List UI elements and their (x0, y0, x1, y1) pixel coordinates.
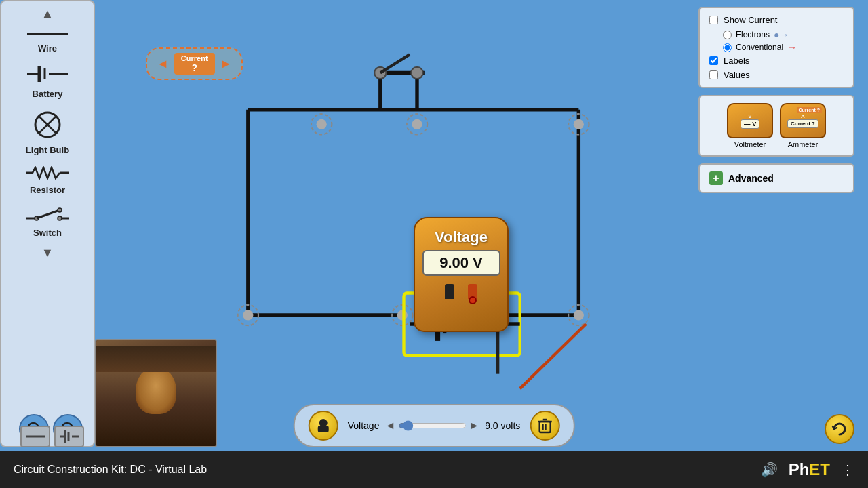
svg-point-39 (411, 67, 422, 79)
current-type-group: Electrons ●→ Conventional → (723, 29, 844, 53)
phet-ph: Ph (789, 460, 810, 479)
advanced-label: Advanced (728, 173, 774, 184)
refresh-icon (831, 421, 848, 437)
ammeter-instrument[interactable]: A Current ? Current ? Ammeter (780, 103, 826, 148)
conventional-label: Conventional (736, 43, 783, 52)
menu-button[interactable]: ⋮ (841, 462, 854, 478)
webcam-face (96, 340, 216, 446)
refresh-button[interactable] (825, 414, 854, 444)
sidebar-item-resistor-label: Resistor (30, 185, 65, 195)
sidebar-item-switch-label: Switch (33, 228, 62, 238)
switch-icon (26, 206, 69, 222)
toolbar-battery-icon (60, 429, 79, 444)
voltage-value: 9.0 volts (485, 420, 520, 431)
svg-rect-49 (318, 426, 329, 432)
slider-next-button[interactable]: ► (469, 420, 479, 432)
resistor-icon (26, 166, 69, 180)
values-option: Values (709, 70, 844, 80)
voltage-display: Voltage ◄ ► 9.0 volts (348, 420, 521, 432)
advanced-button[interactable]: + Advanced (698, 163, 854, 193)
sidebar-item-wire-label: Wire (38, 43, 57, 54)
phet-logo: PhET (789, 460, 830, 479)
show-current-label: Show Current (724, 15, 777, 25)
conventional-radio[interactable] (723, 43, 732, 52)
show-current-option: Show Current (709, 15, 844, 25)
options-box: Show Current Electrons ●→ Conventional →… (698, 7, 854, 88)
svg-point-22 (317, 119, 327, 129)
electrons-arrow: ●→ (774, 29, 789, 40)
sidebar-item-battery[interactable]: Battery (7, 59, 88, 104)
svg-point-32 (397, 310, 408, 320)
conventional-option: Conventional → (723, 42, 844, 53)
svg-line-40 (380, 54, 410, 73)
bottom-control-bar: Voltage ◄ ► 9.0 volts (294, 404, 575, 447)
phet-et: ET (809, 460, 830, 479)
instruments-box: V –– V Voltmeter A Current ? Current ? A… (698, 95, 854, 157)
labels-option: Labels (709, 56, 844, 66)
toolbar-wire-icon (26, 433, 45, 440)
voltage-label: Voltage (348, 420, 380, 431)
sidebar: ▲ Wire Battery Li (0, 0, 95, 447)
toolbar-battery-button[interactable] (54, 426, 84, 447)
svg-point-28 (243, 310, 253, 320)
light-bulb-icon (33, 110, 62, 140)
sidebar-down-arrow[interactable]: ▼ (27, 243, 68, 262)
svg-point-26 (574, 119, 584, 129)
voltmeter-instrument[interactable]: V –– V Voltmeter (727, 103, 773, 148)
voltmeter-body: V –– V (727, 103, 773, 138)
slider-prev-button[interactable]: ◄ (384, 420, 395, 432)
battery-icon (27, 64, 68, 83)
sidebar-up-arrow[interactable]: ▲ (27, 4, 68, 23)
labels-label: Labels (724, 56, 749, 66)
sidebar-item-wire[interactable]: Wire (7, 23, 88, 59)
trash-icon (537, 418, 552, 434)
svg-line-12 (37, 210, 60, 218)
toolbar-wire-button[interactable] (20, 426, 50, 447)
values-label: Values (724, 70, 750, 80)
voltage-slider-container: ◄ ► (384, 420, 479, 432)
electrons-option: Electrons ●→ (723, 29, 844, 40)
electrons-label: Electrons (736, 30, 770, 39)
conventional-arrow: → (787, 42, 797, 53)
ammeter-label: Ammeter (788, 140, 818, 148)
grab-tool-button[interactable] (309, 411, 338, 441)
sound-icon[interactable]: 🔊 (761, 462, 778, 478)
svg-point-30 (574, 310, 584, 320)
svg-point-13 (58, 208, 62, 212)
sidebar-item-resistor[interactable]: Resistor (7, 161, 88, 201)
app-title: Circuit Construction Kit: DC - Virtual L… (14, 464, 761, 476)
status-bar-right: 🔊 PhET ⋮ (761, 460, 854, 479)
voltmeter-body-device: Voltage 9.00 V (414, 217, 509, 332)
webcam-feed (95, 339, 217, 447)
sidebar-item-light-bulb[interactable]: Light Bulb (7, 104, 88, 161)
delete-button[interactable] (530, 411, 559, 441)
electrons-radio[interactable] (723, 30, 732, 39)
grab-icon (315, 418, 332, 434)
status-bar: Circuit Construction Kit: DC - Virtual L… (0, 451, 868, 488)
labels-checkbox[interactable] (709, 56, 718, 65)
bottom-toolbar (20, 426, 84, 447)
right-panel: Show Current Electrons ●→ Conventional →… (698, 7, 854, 193)
sidebar-item-switch[interactable]: Switch (7, 201, 88, 243)
voltmeter-label: Voltmeter (734, 140, 766, 148)
sidebar-item-lightbulb-label: Light Bulb (26, 145, 69, 155)
voltmeter-title: Voltage (435, 228, 488, 246)
svg-point-15 (58, 216, 62, 220)
svg-line-47 (520, 324, 587, 388)
show-current-checkbox[interactable] (709, 16, 718, 24)
values-checkbox[interactable] (709, 70, 718, 79)
sidebar-item-battery-label: Battery (33, 89, 63, 99)
wire-icon (27, 30, 68, 38)
voltage-slider[interactable] (398, 420, 466, 431)
voltmeter-device: Voltage 9.00 V (414, 217, 509, 332)
advanced-plus-icon: + (709, 171, 723, 185)
ammeter-body: A Current ? Current ? (780, 103, 826, 138)
svg-point-24 (412, 119, 422, 129)
voltmeter-display: 9.00 V (422, 250, 500, 276)
